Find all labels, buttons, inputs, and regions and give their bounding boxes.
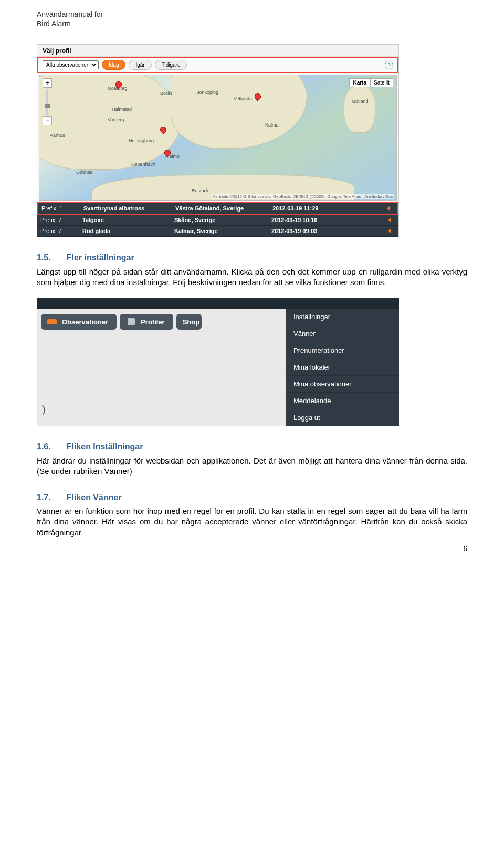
- row-place: Kalmar, Sverige: [174, 228, 271, 234]
- row-time: 2012-03-19 11:29: [272, 205, 349, 212]
- section-title: Fler inställningar: [67, 252, 134, 264]
- map-label: Vetlanda: [234, 96, 252, 101]
- nav-area: Observationer Profiler Shop ): [37, 309, 286, 426]
- filter-earlier-button[interactable]: Tidigare: [155, 60, 187, 70]
- tab-label: Shop: [183, 318, 200, 326]
- row-bird: Svartbrynad albatross: [83, 205, 175, 212]
- zoom-out-button[interactable]: −: [43, 116, 52, 125]
- tab-observationer[interactable]: Observationer: [41, 314, 117, 330]
- map-label: Odense: [76, 170, 93, 175]
- map-label: Aarhus: [50, 133, 65, 138]
- map-label: Helsingborg: [129, 138, 154, 143]
- decorative-paren: ): [42, 404, 46, 416]
- tab-shop[interactable]: Shop: [176, 314, 202, 330]
- menu-item-logga-ut[interactable]: Logga ut: [286, 409, 399, 426]
- menu-item-vanner[interactable]: Vänner: [286, 325, 399, 342]
- section-title: Fliken Inställningar: [67, 441, 143, 452]
- section-body: Vänner är en funktion som hör ihop med e…: [37, 506, 467, 538]
- collapse-arrow-icon[interactable]: [388, 217, 391, 223]
- map-container: Göteborg Borås Halmstad Jönköping Vetlan…: [37, 73, 398, 202]
- observation-row[interactable]: Prefix: 7 Talgoxe Skåne, Sverige 2012-03…: [37, 215, 398, 226]
- row-prefix: Prefix: 1: [41, 205, 83, 212]
- profile-icon: [126, 317, 136, 327]
- collapse-arrow-icon[interactable]: [387, 206, 390, 211]
- map-type-karta[interactable]: Karta: [349, 78, 370, 87]
- menu-item-meddelande[interactable]: Meddelande: [286, 393, 399, 409]
- map-label: Kalmar: [265, 122, 280, 128]
- zoom-in-button[interactable]: +: [43, 78, 52, 88]
- map-label: Halmstad: [112, 107, 132, 112]
- collapse-arrow-icon[interactable]: [388, 228, 391, 234]
- section-number: 1.6.: [37, 441, 51, 452]
- row-prefix: Prefix: 7: [40, 228, 82, 234]
- tab-label: Profiler: [141, 318, 165, 326]
- binoculars-icon: [47, 317, 58, 327]
- observation-row[interactable]: Prefix: 1 Svartbrynad albatross Västra G…: [37, 202, 398, 215]
- help-icon[interactable]: ?: [385, 61, 393, 69]
- map[interactable]: Göteborg Borås Halmstad Jönköping Vetlan…: [39, 75, 397, 201]
- user-dropdown-menu: Inställningar Vänner Prenumerationer Min…: [286, 309, 399, 426]
- menu-item-mina-observationer[interactable]: Mina observationer: [286, 376, 399, 393]
- map-label: Jönköping: [197, 90, 218, 95]
- menu-item-mina-lokaler[interactable]: Mina lokaler: [286, 359, 399, 376]
- observation-list: Prefix: 1 Svartbrynad albatross Västra G…: [37, 202, 398, 237]
- map-label: Varberg: [108, 117, 124, 122]
- account-bar: [37, 298, 399, 309]
- screenshot-map-observations: Välj profil Alla observationer Idag Igår…: [37, 44, 399, 237]
- section-number: 1.7.: [37, 492, 51, 503]
- doc-header: Användarmanual för Bird Alarm: [37, 9, 467, 28]
- map-type-toggle: Karta Satellit: [349, 78, 393, 87]
- section-1-5: 1.5. Fler inställningar Längst upp till …: [37, 252, 467, 288]
- tab-label: Observationer: [62, 318, 108, 326]
- section-title: Fliken Vänner: [67, 492, 122, 503]
- section-number: 1.5.: [37, 252, 51, 264]
- section-body: Längst upp till höger på sidan står ditt…: [37, 267, 467, 288]
- row-prefix: Prefix: 7: [40, 217, 82, 223]
- profile-label: Välj profil: [37, 45, 398, 57]
- page-number: 6: [463, 544, 467, 553]
- header-line1: Användarmanual för: [37, 9, 467, 19]
- filter-today-button[interactable]: Idag: [102, 60, 125, 70]
- row-time: 2012-03-19 09:03: [271, 228, 348, 234]
- filter-bar: Alla observationer Idag Igår Tidigare ?: [37, 57, 398, 73]
- row-bird: Talgoxe: [82, 217, 174, 223]
- header-line2: Bird Alarm: [37, 19, 467, 28]
- section-body: Här ändrar du inställningar för webbsida…: [37, 456, 467, 477]
- menu-item-prenumerationer[interactable]: Prenumerationer: [286, 342, 399, 359]
- map-attribution: Kartdata ©2012 GIS Innovatsia, GeoBasis-…: [212, 194, 394, 199]
- row-bird: Röd glada: [82, 228, 174, 234]
- map-zoom-controls: + −: [43, 78, 52, 127]
- row-place: Skåne, Sverige: [174, 217, 271, 223]
- screenshot-user-menu: Observationer Profiler Shop ) Inställnin…: [37, 298, 399, 426]
- landmass: [171, 75, 307, 149]
- map-label: Borås: [160, 91, 173, 96]
- observation-row[interactable]: Prefix: 7 Röd glada Kalmar, Sverige 2012…: [37, 226, 398, 237]
- filter-yesterday-button[interactable]: Igår: [129, 60, 151, 70]
- section-1-7: 1.7. Fliken Vänner Vänner är en funktion…: [37, 492, 467, 538]
- row-place: Västra Götaland, Sverige: [175, 205, 272, 212]
- map-label: København: [131, 162, 155, 167]
- landmass: [344, 86, 375, 133]
- zoom-slider[interactable]: [46, 89, 48, 115]
- observations-dropdown[interactable]: Alla observationer: [43, 60, 99, 69]
- menu-item-installningar[interactable]: Inställningar: [286, 309, 399, 325]
- map-type-satellit[interactable]: Satellit: [370, 78, 393, 87]
- row-time: 2012-03-19 10:16: [271, 217, 348, 223]
- section-1-6: 1.6. Fliken Inställningar Här ändrar du …: [37, 441, 467, 477]
- map-label: Gotland: [352, 99, 369, 104]
- tab-profiler[interactable]: Profiler: [120, 314, 173, 330]
- map-label: Rostock: [192, 188, 209, 193]
